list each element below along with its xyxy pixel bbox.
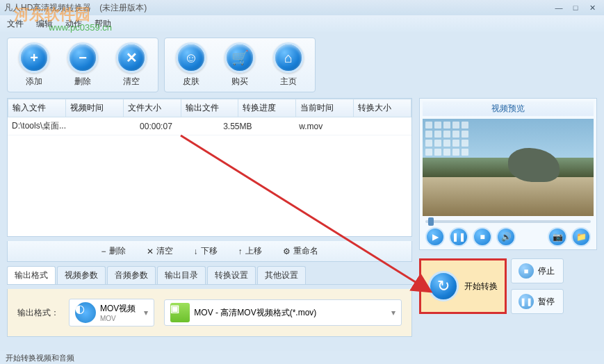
home-button[interactable]: ⌂ 主页	[266, 42, 311, 88]
stop-convert-button[interactable]: ■ 停止	[511, 258, 564, 283]
preview-panel: 视频预览 ▶ ❚❚ ■ 🔊 📷 📁	[419, 98, 597, 250]
menu-help[interactable]: 帮助	[90, 17, 115, 31]
titlebar: 凡人HD高清视频转换器 (未注册版本) — □ ✕	[0, 0, 604, 15]
col-current[interactable]: 当前时间	[296, 99, 354, 117]
start-convert-button[interactable]: ↻ 开始转换	[419, 258, 507, 314]
buy-button[interactable]: 🛒 购买	[218, 42, 262, 88]
col-progress[interactable]: 转换进度	[238, 99, 296, 117]
col-size[interactable]: 文件大小	[123, 99, 181, 117]
action-rename[interactable]: ⚙重命名	[283, 245, 318, 257]
tab-video[interactable]: 视频参数	[57, 266, 106, 284]
cart-icon: 🛒	[225, 42, 255, 73]
tab-other[interactable]: 其他设置	[257, 266, 306, 284]
snapshot-button[interactable]: 📷	[548, 227, 567, 247]
col-duration[interactable]: 视频时间	[65, 99, 123, 117]
menu-edit[interactable]: 编辑	[32, 17, 57, 31]
menu-file[interactable]: 文件	[3, 17, 28, 31]
format-container-select[interactable]: ◐ MOV视频 MOV ▾	[69, 299, 154, 326]
statusbar: 开始转换视频和音频	[0, 351, 604, 364]
action-delete[interactable]: −删除	[101, 245, 125, 257]
preview-title: 视频预览	[423, 101, 594, 116]
folder-button[interactable]: 📁	[571, 227, 591, 247]
volume-button[interactable]: 🔊	[496, 227, 516, 247]
col-output[interactable]: 输出文件	[181, 99, 238, 117]
tab-audio[interactable]: 音频参数	[107, 266, 156, 284]
gear-icon: ⚙	[283, 247, 291, 256]
format-profile-select[interactable]: ▣ MOV - 高清MOV视频格式(*.mov) ▾	[164, 299, 402, 326]
x-icon: ✕	[116, 42, 147, 73]
home-icon: ⌂	[273, 42, 304, 73]
delete-button[interactable]: − 删除	[60, 42, 105, 88]
pause-convert-button[interactable]: ❚❚ 暂停	[511, 289, 564, 314]
add-button[interactable]: + 添加	[12, 42, 56, 88]
maximize-button[interactable]: □	[568, 2, 583, 13]
menubar: 文件 编辑 动作 帮助	[0, 15, 604, 32]
plus-icon: +	[19, 42, 49, 73]
minus-icon: −	[67, 42, 98, 73]
chevron-down-icon: ▾	[144, 308, 148, 317]
file-table: 输入文件 视频时间 文件大小 输出文件 转换进度 当前时间 转换大小 D:\to…	[7, 98, 412, 237]
window-title: 凡人HD高清视频转换器 (未注册版本)	[4, 2, 551, 14]
minus-icon: −	[101, 247, 106, 256]
pause-icon: ❚❚	[519, 294, 534, 309]
action-up[interactable]: ↑上移	[238, 245, 262, 257]
action-clear[interactable]: ✕清空	[147, 245, 173, 257]
output-format-label: 输出格式：	[17, 307, 59, 319]
stop-icon: ■	[519, 263, 534, 279]
stop-button[interactable]: ■	[473, 227, 492, 247]
close-button[interactable]: ✕	[585, 2, 600, 13]
minimize-button[interactable]: —	[551, 2, 566, 13]
menu-action[interactable]: 动作	[61, 17, 86, 31]
tab-dir[interactable]: 输出目录	[157, 266, 206, 284]
seek-slider[interactable]	[425, 220, 591, 223]
format-icon: ▣	[170, 303, 190, 322]
smiley-icon: ☺	[176, 42, 206, 73]
mov-icon: ◐	[75, 302, 96, 323]
tab-convert[interactable]: 转换设置	[207, 266, 256, 284]
arrow-down-icon: ↓	[194, 247, 198, 256]
toolbar-group-file: + 添加 − 删除 ✕ 清空	[7, 38, 158, 92]
clear-button[interactable]: ✕ 清空	[109, 42, 154, 88]
output-panel: 输出格式： ◐ MOV视频 MOV ▾ ▣ MOV - 高清MOV视频格式(*.…	[7, 289, 412, 337]
action-down[interactable]: ↓下移	[194, 245, 218, 257]
toolbar-group-misc: ☺ 皮肤 🛒 购买 ⌂ 主页	[164, 38, 316, 92]
convert-arrow-icon: ↻	[428, 271, 459, 301]
pause-button[interactable]: ❚❚	[449, 227, 468, 247]
x-icon: ✕	[147, 247, 154, 256]
col-input[interactable]: 输入文件	[8, 99, 66, 117]
skin-button[interactable]: ☺ 皮肤	[169, 42, 213, 88]
col-outsize[interactable]: 转换大小	[354, 99, 411, 117]
chevron-down-icon: ▾	[391, 308, 395, 317]
preview-image	[423, 119, 594, 216]
tab-format[interactable]: 输出格式	[7, 266, 56, 284]
settings-tabs: 输出格式 视频参数 音频参数 输出目录 转换设置 其他设置	[7, 266, 412, 285]
arrow-up-icon: ↑	[238, 247, 243, 256]
table-actions: −删除 ✕清空 ↓下移 ↑上移 ⚙重命名	[7, 241, 412, 262]
table-row[interactable]: D:\tools\桌面... 00:00:07 3.55MB w.mov	[8, 117, 411, 135]
play-button[interactable]: ▶	[425, 227, 445, 247]
